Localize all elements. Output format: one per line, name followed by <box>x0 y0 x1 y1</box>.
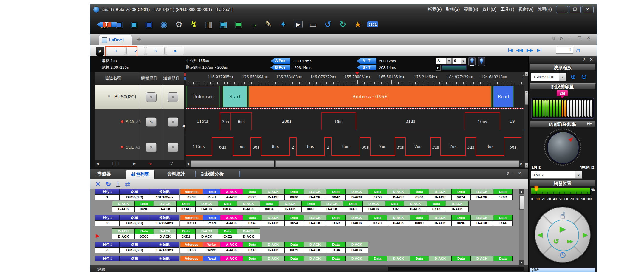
bus-connector-icon[interactable]: ✦ <box>276 18 291 31</box>
favorite-star-icon[interactable]: ★ <box>350 18 365 31</box>
freq-expand-icon[interactable]: ▶▶ <box>587 121 592 125</box>
menu-item[interactable]: 視窗(W) <box>518 7 534 12</box>
flag-t-icon[interactable]: T <box>97 22 117 27</box>
tab-ladoc1[interactable]: LaDoc1 <box>99 35 132 45</box>
table-scroll-up-icon[interactable]: ▲ <box>519 189 524 194</box>
zoom-value-select[interactable]: 1.942558us∨ <box>531 73 566 81</box>
waveform-vscrollbar[interactable]: ▲ ≡ ▼ <box>524 72 528 167</box>
a-t-badge[interactable]: A - T <box>357 58 376 64</box>
scl-trigger-cell[interactable]: ✕ <box>146 143 157 152</box>
hscroll-thumb-left[interactable] <box>191 160 274 167</box>
splitter-grip-icon[interactable]: | | | <box>112 161 120 165</box>
tab-2[interactable]: 封包列表 <box>126 170 155 180</box>
video-player-icon[interactable]: ▶ <box>291 18 306 31</box>
sidebar-pin-icon[interactable]: ⚲ <box>582 57 585 62</box>
clock-icon[interactable]: ◷ <box>560 250 566 259</box>
tab-3[interactable]: 資料統計 <box>167 171 185 177</box>
next-page-button[interactable]: ▶▶ <box>527 47 533 53</box>
undo-icon[interactable]: ↺ <box>321 18 335 31</box>
chevron-down-icon[interactable]: ∨ <box>559 73 566 81</box>
bus-decode-row[interactable]: UnknownStartAddress : 0X6ERead <box>186 85 524 109</box>
step-right-icon[interactable]: ▶ <box>583 231 588 239</box>
tab-4[interactable]: 記憶體分析 <box>201 171 224 177</box>
register-grid-icon[interactable]: ▦ <box>216 18 231 31</box>
stack-chip-icon[interactable]: ▭ <box>306 18 321 31</box>
packet-refresh-icon[interactable]: ↻ <box>106 180 111 188</box>
time-ruler[interactable]: 116.937905us126.650694us136.363483us146.… <box>186 72 524 85</box>
panel-splitter-icon[interactable]: ◀ <box>182 124 185 128</box>
redo-icon[interactable]: ↻ <box>335 18 350 31</box>
hscroll-right-icon[interactable]: ▶ <box>519 160 524 167</box>
waveform-hscrollbar[interactable]: ◀ ▶ <box>186 160 524 167</box>
page-button-4[interactable]: 4 <box>166 47 184 55</box>
replay-icon[interactable]: ↺ <box>553 237 559 245</box>
scl-filter-cell[interactable]: ✕ <box>168 143 178 152</box>
hscroll-thumb-right[interactable] <box>275 160 519 167</box>
first-page-button[interactable]: |◀ <box>508 47 513 53</box>
freq-value-select[interactable]: 1MHz∨ <box>531 171 582 179</box>
collapse-arrow-icon[interactable]: ▼ <box>107 94 111 99</box>
go-run-icon[interactable]: → <box>246 18 261 31</box>
state-snapshot-icon[interactable]: ∵ <box>170 161 173 166</box>
doc-close-button[interactable]: ✕ <box>585 35 592 40</box>
marker-number-select[interactable]: 0∨ <box>452 58 466 64</box>
p-button[interactable]: P <box>96 47 104 56</box>
table-scroll-down-icon[interactable]: ▼ <box>519 260 524 265</box>
memory-gauge[interactable] <box>531 98 594 119</box>
menu-item[interactable]: 資料(D) <box>482 7 496 12</box>
bus0-filter-cell[interactable]: ✕ <box>168 92 178 102</box>
doc-next-icon[interactable]: ▷ <box>558 35 565 40</box>
table-vscrollbar[interactable]: ▲ ▼ <box>519 189 524 265</box>
chevron-down-icon[interactable]: ∨ <box>575 171 582 178</box>
sda-trigger-cell[interactable]: ∿ <box>146 117 157 127</box>
panel-help-button[interactable]: ? <box>507 171 509 176</box>
trigger-lightning-icon[interactable]: ↯ <box>186 18 201 31</box>
zoom-out-icon[interactable]: ⊖ <box>581 73 587 81</box>
menu-item[interactable]: 取樣(S) <box>446 7 460 12</box>
b-pos-badge[interactable]: B Pos <box>270 65 290 70</box>
navigation-wheel[interactable]: ☝ ▶ ↺ ▶▶ ◷ ◀ ▶ <box>535 207 591 263</box>
table-scroll-thumb[interactable] <box>519 195 524 210</box>
channel-scroll-left-icon[interactable]: ◀ <box>96 162 99 166</box>
trigger-position-slider[interactable] <box>531 188 591 195</box>
doc-minimize-button[interactable]: – <box>567 35 574 40</box>
marker-pin-button[interactable] <box>468 57 476 66</box>
window-layout-icon[interactable]: ▤ <box>231 18 246 31</box>
marker-pin-alt-button[interactable] <box>478 57 485 66</box>
save-as-icon[interactable]: ▣ <box>127 18 142 31</box>
sda-waveform-row[interactable]: 115us3us6us20us10us31us10us19 <box>186 109 524 135</box>
hscroll-left-icon[interactable]: ◀ <box>186 160 191 167</box>
zoom-in-icon[interactable]: ⊕ <box>570 73 576 81</box>
prev-page-button[interactable]: ◀◀ <box>516 47 523 53</box>
tab-1[interactable]: 導航器 <box>97 171 111 177</box>
restore-button[interactable]: ❐ <box>569 6 581 13</box>
page-button-3[interactable]: 3 <box>146 47 165 55</box>
waveform-area[interactable]: 116.937905us126.650694us136.363483us146.… <box>186 72 524 167</box>
scl-waveform-row[interactable]: 115us6us5us3us8us28us28us3us7us3us7us3us… <box>186 135 524 160</box>
doc-restore-button[interactable]: ❐ <box>576 35 583 40</box>
chevron-down-icon[interactable]: ∨ <box>446 58 451 64</box>
packet-tools-icon[interactable]: ✕ <box>95 180 100 188</box>
marker-select[interactable]: A∨ <box>436 58 452 64</box>
minimize-button[interactable]: – <box>556 6 568 13</box>
fast-forward-icon[interactable]: ▶▶ <box>567 239 572 244</box>
menu-item[interactable]: 硬體(H) <box>464 7 478 12</box>
hand-pan-icon[interactable]: ☝ <box>560 210 565 220</box>
close-button[interactable]: ✕ <box>582 6 594 13</box>
packet-shuffle-icon[interactable]: ⇄ <box>125 180 130 188</box>
doc-prev-icon[interactable]: ◁ <box>549 35 556 40</box>
report-notes-icon[interactable]: ✎ <box>261 18 276 31</box>
sda-filter-cell[interactable]: ✕ <box>168 117 178 127</box>
waveform-snapshot-icon[interactable]: ∿ <box>148 161 152 166</box>
sidebar-close-icon[interactable]: ✕ <box>590 57 593 62</box>
screenshot-camera-icon[interactable]: ◉ <box>157 18 171 31</box>
a-pos-badge[interactable]: A Pos <box>270 58 290 64</box>
bus0-trigger-cell[interactable]: ✕ <box>146 92 157 102</box>
setup-tools-icon[interactable]: ⚙ <box>171 18 186 31</box>
add-tab-button[interactable]: + <box>134 35 143 44</box>
menu-item[interactable]: 說明(H) <box>538 7 552 12</box>
panel-close-button[interactable]: ✕ <box>518 171 521 176</box>
panel-minimize-button[interactable]: – <box>513 171 515 176</box>
menu-item[interactable]: 檔案(F) <box>428 7 442 12</box>
chevron-down-icon[interactable]: ∨ <box>461 58 466 64</box>
